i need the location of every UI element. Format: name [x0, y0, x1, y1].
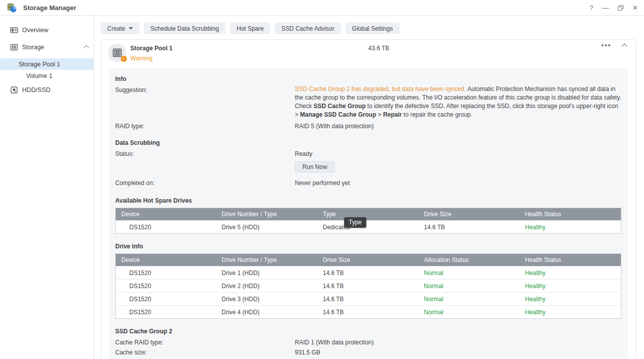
pool-capacity: 43.6 TB	[368, 45, 389, 52]
table-cell: 14.6 TB	[318, 266, 419, 280]
run-now-button[interactable]: Run Now	[295, 161, 335, 172]
overview-icon	[10, 26, 18, 34]
raid-type-label: RAID type:	[115, 121, 295, 131]
table-cell: DS1520	[116, 266, 217, 280]
suggestion-text: SSD Cache Group 2 has degraded, but data…	[295, 85, 621, 119]
table-cell: Drive 3 (HDD)	[217, 293, 318, 306]
suggestion-segment: >	[376, 111, 383, 118]
create-button[interactable]: Create	[101, 23, 139, 34]
sidebar-item-label: Volume 1	[26, 72, 52, 79]
table-cell: 14.6 TB	[318, 306, 419, 319]
column-header: Drive Number / Type	[217, 254, 318, 266]
table-cell: Healthy	[520, 221, 621, 234]
column-header: Device	[116, 208, 217, 221]
chevron-up-icon[interactable]	[84, 45, 89, 51]
sidebar-item-label: HDD/SSD	[22, 86, 50, 94]
table-row[interactable]: DS1520Drive 4 (HDD)14.6 TBNormalHealthy	[116, 306, 621, 319]
schedule-data-scrubbing-button[interactable]: Schedule Data Scrubbing	[144, 23, 225, 34]
table-cell: Normal	[419, 280, 520, 293]
main-content: Create Schedule Data Scrubbing Hot Spare…	[94, 16, 644, 359]
collapse-chevron-icon[interactable]	[621, 43, 627, 49]
completed-on-value: Never performed yet	[295, 178, 621, 188]
table-cell: Drive 5 (HDD)	[217, 221, 318, 234]
sidebar-item-label: Storage	[22, 44, 44, 51]
ssd-cache-heading: SSD Cache Group 2	[115, 328, 621, 335]
sidebar: Overview Storage Storage Pool 1 Volume 1	[0, 16, 94, 359]
status-label: Status:	[115, 149, 295, 159]
more-options-icon[interactable]: •••	[601, 43, 611, 48]
table-row[interactable]: DS1520Drive 1 (HDD)14.6 TBNormalHealthy	[116, 266, 621, 280]
table-cell: Drive 4 (HDD)	[217, 306, 318, 319]
sidebar-item-label: Storage Pool 1	[19, 61, 60, 68]
table-cell: Healthy	[520, 266, 621, 280]
sidebar-item-storage-pool-1[interactable]: Storage Pool 1	[0, 58, 94, 70]
drive-info-heading: Drive Info	[115, 243, 621, 250]
table-cell: Normal	[419, 266, 520, 280]
hot-spare-heading: Available Hot Spare Drives	[115, 197, 621, 205]
sidebar-item-hdd-ssd[interactable]: HDD/SSD	[0, 84, 94, 96]
sidebar-item-volume-1[interactable]: Volume 1	[0, 70, 94, 81]
suggestion-segment: SSD Cache Group	[313, 103, 365, 110]
pool-title: Storage Pool 1	[130, 45, 173, 52]
app-title: Storage Manager	[23, 4, 76, 12]
sidebar-item-label: Overview	[22, 27, 48, 34]
column-header: Type	[318, 208, 419, 221]
pool-details-panel: Info Suggestion: SSD Cache Group 2 has d…	[109, 68, 628, 359]
column-header: Health Status	[520, 208, 621, 221]
table-cell: DS1520	[116, 306, 217, 319]
cache-raid-type-value: RAID 1 (With data protection)	[295, 337, 621, 347]
table-cell: 14.6 TB	[318, 293, 419, 306]
column-header: Allocation Status	[419, 254, 520, 266]
completed-on-label: Completed on:	[115, 178, 295, 188]
storage-pool-card: ! Storage Pool 1 Warning 43.6 TB ••• Inf…	[101, 39, 636, 359]
window-titlebar: Storage Manager ? — ✕	[0, 0, 644, 16]
sidebar-item-overview[interactable]: Overview	[0, 24, 94, 36]
hot-spare-button[interactable]: Hot Spare	[230, 23, 270, 34]
toolbar: Create Schedule Data Scrubbing Hot Spare…	[94, 16, 644, 34]
column-header: Health Status	[520, 254, 621, 266]
status-value: Ready	[295, 149, 621, 159]
table-row[interactable]: DS1520Drive 2 (HDD)14.6 TBNormalHealthy	[116, 280, 621, 293]
table-cell: DS1520	[116, 293, 217, 306]
minimize-button[interactable]: —	[602, 5, 609, 11]
table-cell: Healthy	[520, 280, 621, 293]
storage-pool-card-header: ! Storage Pool 1 Warning 43.6 TB •••	[101, 40, 635, 68]
suggestion-segment: SSD Cache Group 2 has degraded, but data…	[295, 85, 466, 93]
storage-pool-icon: !	[108, 44, 126, 62]
drive-info-table: DeviceDrive Number / TypeDrive SizeAlloc…	[115, 253, 621, 319]
ssd-cache-advisor-button[interactable]: SSD Cache Advisor	[275, 23, 341, 34]
data-scrubbing-heading: Data Scrubbing	[115, 139, 621, 147]
info-heading: Info	[115, 75, 621, 83]
table-row[interactable]: DS1520Drive 5 (HDD)Dedicated14.6 TBHealt…	[116, 221, 621, 234]
table-cell: Normal	[419, 306, 520, 319]
table-row[interactable]: DS1520Drive 3 (HDD)14.6 TBNormalHealthy	[116, 293, 621, 306]
close-button[interactable]: ✕	[632, 5, 638, 11]
hot-spare-table: DeviceDrive Number / TypeTypeDrive SizeH…	[115, 208, 621, 234]
restore-icon	[618, 5, 623, 11]
suggestion-segment: Repair	[383, 111, 401, 118]
cache-size-label: Cache size:	[115, 347, 295, 357]
sidebar-item-storage[interactable]: Storage	[0, 41, 94, 53]
create-button-label: Create	[107, 25, 125, 32]
storage-icon	[10, 43, 18, 51]
cache-raid-type-label: Cache RAID type:	[115, 337, 295, 347]
raid-type-value: RAID 5 (With data protection)	[295, 121, 621, 131]
column-header: Drive Size	[419, 208, 520, 221]
suggestion-segment: Manage SSD Cache Group	[300, 111, 376, 118]
suggestion-label: Suggestion:	[115, 85, 295, 119]
type-tooltip: Type	[344, 217, 366, 228]
help-button[interactable]: ?	[590, 5, 593, 11]
table-cell: 14.6 TB	[419, 221, 520, 234]
global-settings-button[interactable]: Global Settings	[346, 23, 399, 34]
table-cell: Drive 2 (HDD)	[217, 280, 318, 293]
column-header: Device	[116, 254, 217, 266]
suggestion-segment: to repair the cache group.	[402, 111, 472, 118]
table-cell: Dedicated	[318, 221, 419, 234]
table-cell: Drive 1 (HDD)	[217, 266, 318, 280]
hot-spare-table-wrap: DeviceDrive Number / TypeTypeDrive SizeH…	[115, 208, 621, 234]
pool-status-warning: Warning	[130, 55, 173, 62]
table-cell: Normal	[419, 293, 520, 306]
restore-button[interactable]	[618, 5, 623, 11]
disk-icon	[10, 86, 18, 94]
table-cell: Healthy	[520, 306, 621, 319]
